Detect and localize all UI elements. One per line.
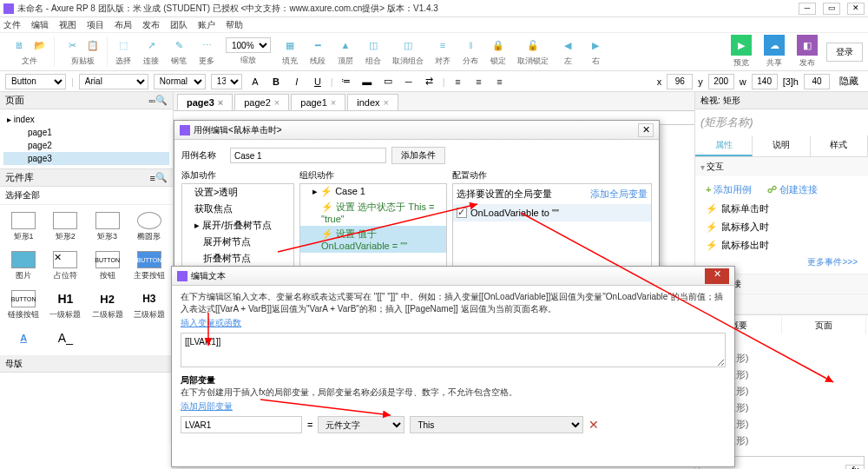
weight-select[interactable]: Normal — [154, 74, 206, 89]
tree-item[interactable]: page3 — [3, 152, 169, 165]
minimize-button[interactable]: ─ — [799, 3, 816, 15]
local-var-type-select[interactable]: 元件文字 — [318, 416, 404, 433]
action-node[interactable]: ▸ 展开/折叠树节点 — [182, 217, 293, 234]
arrow-icon[interactable]: ⇄ — [422, 74, 437, 89]
tab-notes[interactable]: 说明 — [753, 135, 810, 156]
ungroup-icon[interactable]: ◫ — [399, 36, 417, 54]
lib-item[interactable]: 矩形2 — [45, 208, 85, 246]
action-node[interactable]: 展开树节点 — [182, 234, 293, 250]
lib-item[interactable]: BUTTON链接按钮 — [3, 287, 43, 324]
h-input[interactable] — [804, 74, 830, 89]
interaction-header[interactable]: 交互 — [695, 157, 868, 176]
underline-icon[interactable]: U — [310, 74, 326, 89]
close-button[interactable]: ✕ — [847, 3, 865, 15]
add-local-var-link[interactable]: 添加局部变量 — [181, 401, 233, 411]
menu-help[interactable]: 帮助 — [226, 19, 243, 31]
pen-icon[interactable]: ✎ — [170, 36, 187, 54]
fx-button[interactable]: fx — [845, 465, 865, 469]
lib-item[interactable]: 矩形3 — [88, 208, 128, 246]
connect-icon[interactable]: ↗ — [142, 36, 160, 54]
select-icon[interactable]: ⬚ — [115, 36, 132, 54]
font-select[interactable]: Arial — [79, 74, 148, 89]
lib-item[interactable]: 椭圆形 — [129, 208, 169, 246]
lib-item[interactable]: 图片 — [3, 248, 43, 285]
combine-icon[interactable]: ◫ — [365, 36, 382, 54]
insert-variable-link[interactable]: 插入变量或函数 — [181, 318, 241, 327]
search-icon[interactable]: 🔍 — [155, 95, 168, 106]
add-global-link[interactable]: 添加全局变量 — [590, 188, 648, 201]
distribute-icon[interactable]: ⫴ — [462, 36, 479, 54]
action-item-selected[interactable]: ⚡ 设置 值于 OnLoadVariable = "" — [300, 226, 446, 253]
align-left-icon[interactable]: ≡ — [450, 74, 466, 89]
more-icon[interactable]: ⋯ — [198, 36, 215, 54]
variable-checkbox[interactable] — [457, 208, 467, 218]
unlock-icon[interactable]: 🔓 — [524, 36, 542, 54]
action-node[interactable]: 获取焦点 — [182, 201, 293, 217]
file-new-icon[interactable]: 🗎 — [10, 36, 28, 54]
event-mousein[interactable]: ⚡鼠标移入时 — [702, 218, 861, 236]
create-link[interactable]: ☍ 创建连接 — [764, 182, 821, 198]
fill-icon[interactable]: ▦ — [281, 36, 299, 54]
close-icon[interactable]: × — [384, 97, 389, 108]
border-icon[interactable]: ▭ — [380, 74, 396, 89]
close-icon[interactable]: × — [218, 97, 223, 108]
menu-view[interactable]: 视图 — [59, 19, 76, 31]
menu-layout[interactable]: 布局 — [115, 19, 132, 31]
file-open-icon[interactable]: 📂 — [31, 36, 49, 54]
login-button[interactable]: 登录 — [826, 43, 863, 62]
action-node[interactable]: 折叠树节点 — [182, 250, 293, 267]
shape-name-input[interactable]: (矩形名称) — [695, 109, 868, 135]
master-header[interactable]: 母版 — [0, 355, 173, 373]
local-var-target-select[interactable]: This — [410, 416, 583, 433]
menu-project[interactable]: 项目 — [87, 19, 104, 31]
close-icon[interactable]: × — [274, 97, 279, 108]
menu-publish[interactable]: 发布 — [142, 19, 160, 31]
tab-page2[interactable]: page2× — [234, 94, 289, 110]
delete-var-icon[interactable]: ✕ — [589, 418, 599, 432]
zoom-select[interactable]: 100% — [226, 37, 271, 53]
lib-item[interactable]: A_ — [45, 326, 85, 352]
add-condition-button[interactable]: 添加条件 — [391, 147, 445, 164]
tree-root[interactable]: index — [3, 113, 169, 126]
lock-icon[interactable]: 🔒 — [490, 36, 507, 54]
preview-button[interactable]: ▶ — [731, 35, 752, 56]
x-input[interactable] — [667, 74, 693, 89]
menu-edit[interactable]: 编辑 — [31, 19, 49, 31]
action-node[interactable]: 设置>透明 — [182, 184, 293, 201]
hide-toggle[interactable]: 隐藏 — [835, 74, 863, 89]
lib-item[interactable]: BUTTON主要按钮 — [129, 248, 169, 285]
lib-item[interactable]: 矩形1 — [3, 208, 43, 246]
select-all[interactable]: 选择全部 — [0, 187, 173, 205]
lib-item[interactable]: BUTTON按钮 — [88, 248, 128, 285]
case-name-input[interactable] — [230, 148, 386, 163]
y-input[interactable] — [708, 74, 734, 89]
expression-textarea[interactable]: [[LVAR1]] — [181, 333, 726, 367]
size-select[interactable]: 13 — [211, 74, 242, 89]
maximize-button[interactable]: ▭ — [823, 3, 840, 15]
tab-style[interactable]: 样式 — [811, 135, 868, 156]
paste-icon[interactable]: 📋 — [84, 36, 102, 54]
close-icon[interactable]: × — [331, 97, 336, 108]
local-var-name-input[interactable] — [181, 416, 302, 433]
menu-file[interactable]: 文件 — [3, 19, 21, 31]
variable-option[interactable]: OnLoadVariable to "" — [470, 208, 559, 218]
organize-tree[interactable]: ▸ ⚡ Case 1 ⚡ 设置 选中状态于 This = "true" ⚡ 设置… — [299, 183, 447, 270]
right-icon[interactable]: ▶ — [587, 36, 604, 54]
align-icon[interactable]: ≡ — [434, 36, 451, 54]
italic-icon[interactable]: I — [289, 74, 305, 89]
menu-team[interactable]: 团队 — [170, 19, 187, 31]
line-icon[interactable]: ━ — [309, 36, 326, 54]
tab-index[interactable]: index× — [347, 94, 398, 110]
lib-item[interactable]: H1一级标题 — [45, 287, 85, 324]
bold-icon[interactable]: B — [268, 74, 284, 89]
lib-search-icon[interactable]: 🔍 — [155, 172, 168, 183]
cut-icon[interactable]: ✂ — [63, 36, 81, 54]
share-button[interactable]: ☁ — [764, 35, 785, 56]
add-case-link[interactable]: + 添加用例 — [702, 182, 755, 198]
event-click[interactable]: ⚡鼠标单击时 — [702, 200, 861, 218]
menu-account[interactable]: 账户 — [198, 19, 215, 31]
shape-type-select[interactable]: Button — [5, 74, 66, 89]
tab-page1[interactable]: page1× — [291, 94, 345, 110]
lib-item[interactable]: A — [3, 326, 43, 352]
fill-color-icon[interactable]: ▬ — [359, 74, 375, 89]
